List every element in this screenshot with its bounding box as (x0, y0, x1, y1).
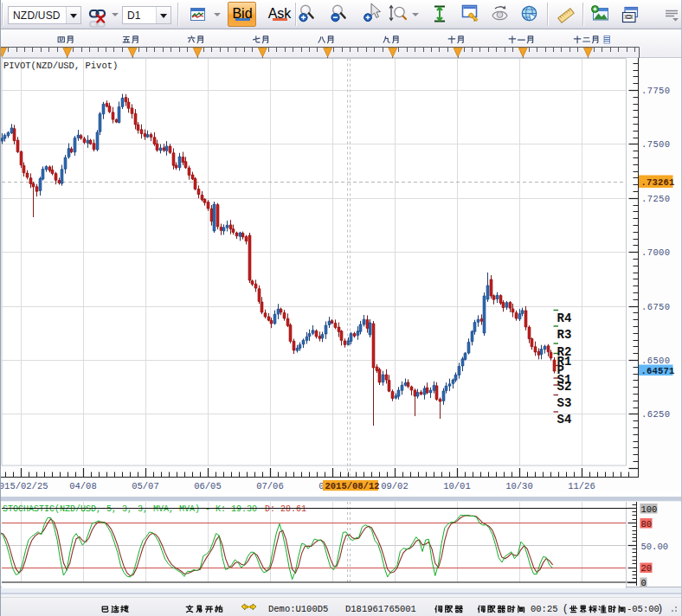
svg-text:): ) (659, 602, 662, 614)
svg-text:D181961765001: D181961765001 (345, 604, 416, 614)
svg-text:00:25: 00:25 (531, 604, 558, 614)
svg-text:-05:00: -05:00 (627, 604, 659, 614)
svg-text:Demo:U100D5: Demo:U100D5 (268, 604, 328, 614)
svg-text:(: ( (563, 602, 567, 614)
